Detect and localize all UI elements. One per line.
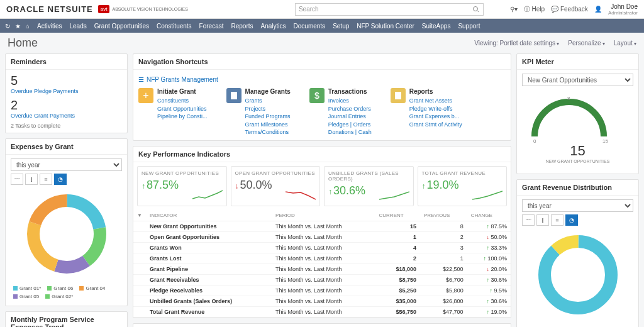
- shortcut-link[interactable]: Invoices: [328, 97, 372, 105]
- layout-menu[interactable]: Layout: [614, 40, 636, 47]
- kpi-title: Key Performance Indicators: [133, 147, 511, 162]
- net-assets-card: Net Assets by Grant DATE All ‹ › Grant 0…: [133, 323, 511, 327]
- gauge-value: 15: [522, 143, 633, 159]
- shortcut-link[interactable]: Grant Stmt of Activity: [409, 121, 462, 129]
- svg-line-1: [477, 10, 479, 12]
- grd-range-select[interactable]: this year: [522, 199, 633, 212]
- shortcut-link[interactable]: Pledges | Orders: [328, 121, 372, 129]
- svg-text:15: 15: [602, 138, 608, 143]
- sparkline-icon: [472, 189, 502, 202]
- sparkline-icon: [379, 189, 409, 202]
- table-row[interactable]: Pledge ReceivablesThis Month vs. Last Mo…: [133, 285, 511, 296]
- svg-point-0: [473, 6, 477, 11]
- svg-rect-14: [395, 92, 401, 99]
- grd-pie-btn[interactable]: ◔: [565, 214, 578, 226]
- shortcut-link[interactable]: Pledge Write-offs: [409, 105, 462, 113]
- feedback-link[interactable]: 💬 Feedback: [551, 6, 588, 13]
- table-row[interactable]: New Grant OpportunitiesThis Month vs. La…: [133, 221, 511, 231]
- table-row[interactable]: Open Grant OpportunitiesThis Month vs. L…: [133, 231, 511, 242]
- nav-setup[interactable]: Setup: [333, 23, 349, 30]
- help-link[interactable]: ⓘ Help: [524, 5, 545, 14]
- expenses-range-select[interactable]: this year: [11, 158, 122, 171]
- reminder-label-1[interactable]: Overdue Grant Payments: [11, 113, 122, 119]
- search-icon: [472, 6, 480, 13]
- reminder-label-0[interactable]: Overdue Pledge Payments: [11, 88, 122, 94]
- kpi-unbilled[interactable]: UNBILLED GRANTS (SALES ORDERS) 30.6%: [324, 166, 414, 206]
- shortcut-link[interactable]: Grant Net Assets: [409, 97, 462, 105]
- kpi-open-grant[interactable]: OPEN GRANT OPPORTUNITIES 50.0%: [231, 166, 321, 206]
- nav-documents[interactable]: Documents: [294, 23, 326, 30]
- nav-support[interactable]: Support: [458, 23, 480, 30]
- topbar-right: ⚲▾ ⓘ Help 💬 Feedback 👤 John Doe Administ…: [510, 3, 638, 16]
- user-icon[interactable]: 👤: [594, 6, 602, 13]
- kpi-new-grant[interactable]: NEW GRANT OPPORTUNITIES 87.5%: [137, 166, 227, 206]
- table-row[interactable]: Grant PipelineThis Month vs. Last Month$…: [133, 263, 511, 274]
- grd-hbar-btn[interactable]: ≡: [551, 214, 564, 226]
- chart-type-hbar[interactable]: ≡: [40, 174, 52, 185]
- shortcut-link[interactable]: Donations | Cash: [328, 128, 372, 136]
- navbar: ↻ ★ ⌂ Activities Leads Grant Opportuniti…: [0, 19, 644, 33]
- svg-text:+: +: [143, 90, 148, 101]
- nav-back-icon[interactable]: ↻: [5, 23, 10, 30]
- nav-forecast[interactable]: Forecast: [199, 23, 224, 30]
- list-icon: ☰: [138, 76, 144, 83]
- shortcut-link[interactable]: Grants: [245, 97, 291, 105]
- globe-icon[interactable]: ⚲▾: [510, 6, 518, 13]
- nav-suiteapps[interactable]: SuiteApps: [422, 23, 451, 30]
- shortcut-link[interactable]: Projects: [245, 105, 291, 113]
- report-icon: [391, 88, 406, 103]
- grd-bar-btn[interactable]: ⫿: [536, 214, 549, 226]
- nav-star-icon[interactable]: ★: [15, 23, 21, 30]
- table-row[interactable]: Grant ReceivablesThis Month vs. Last Mon…: [133, 274, 511, 285]
- shortcut-col-manage: Manage Grants Grants Projects Funded Pro…: [226, 88, 291, 136]
- svg-point-18: [545, 241, 611, 308]
- shortcuts-heading[interactable]: ☰ NFP Grants Management: [138, 74, 506, 86]
- money-icon: $: [309, 88, 325, 103]
- table-row[interactable]: Total Grant RevenueThis Month vs. Last M…: [133, 306, 511, 317]
- nav-grant-opportunities[interactable]: Grant Opportunities: [94, 23, 149, 30]
- nav-nfp-solution-center[interactable]: NFP Solution Center: [357, 23, 414, 30]
- viewing-menu[interactable]: Viewing: Portlet date settings: [474, 40, 559, 47]
- shortcut-link[interactable]: Pipeline by Consti...: [157, 113, 208, 121]
- shortcut-link[interactable]: Journal Entries: [328, 113, 372, 121]
- chart-type-line[interactable]: 〰: [11, 174, 23, 185]
- svg-text:0: 0: [533, 138, 536, 143]
- expenses-donut-chart: [23, 190, 111, 278]
- table-row[interactable]: Grants WonThis Month vs. Last Month43↑ 3…: [133, 242, 511, 253]
- table-row[interactable]: Grants LostThis Month vs. Last Month21↑ …: [133, 253, 511, 263]
- nav-home-icon[interactable]: ⌂: [26, 23, 30, 30]
- table-row[interactable]: Unbilled Grants (Sales Orders)This Month…: [133, 296, 511, 306]
- partner-logo: avt: [98, 5, 110, 13]
- chart-type-pie[interactable]: ◔: [54, 174, 67, 185]
- search-placeholder: Search: [299, 6, 319, 13]
- search-input[interactable]: Search: [295, 3, 484, 16]
- kpi-total-revenue[interactable]: TOTAL GRANT REVENUE 19.0%: [418, 166, 508, 206]
- shortcut-link[interactable]: Grant Milestones: [245, 121, 291, 129]
- chart-type-bar[interactable]: ⫿: [25, 174, 38, 185]
- shortcut-link[interactable]: Constituents: [157, 97, 208, 105]
- mpset-card: Monthly Program Service Expenses Trend M…: [5, 311, 128, 327]
- shortcut-link[interactable]: Terms/Conditions: [245, 128, 291, 136]
- partner-logo-text: ABSOLUTE VISION TECHNOLOGIES: [112, 7, 187, 11]
- svg-text:$: $: [314, 91, 319, 101]
- kpi-meter-select[interactable]: New Grant Opportunities: [522, 74, 633, 86]
- reminders-footer: 2 Tasks to complete: [11, 123, 122, 129]
- shortcut-link[interactable]: Grant Expenses b...: [409, 113, 462, 121]
- shortcuts-title: Navigation Shortcuts: [133, 54, 511, 70]
- nav-constituents[interactable]: Constituents: [157, 23, 192, 30]
- shortcut-link[interactable]: Purchase Orders: [328, 105, 372, 113]
- reminders-title: Reminders: [6, 54, 127, 70]
- shortcut-col-reports: Reports Grant Net Assets Pledge Write-of…: [391, 88, 462, 136]
- user-name: John Doe: [608, 3, 638, 10]
- page-title: Home: [8, 36, 38, 50]
- personalize-menu[interactable]: Personalize: [568, 40, 605, 47]
- shortcut-link[interactable]: Funded Programs: [245, 113, 291, 121]
- shortcut-link[interactable]: Grant Opportunities: [157, 105, 208, 113]
- nav-reports[interactable]: Reports: [231, 23, 253, 30]
- nav-activities[interactable]: Activities: [37, 23, 62, 30]
- logo: ORACLE NETSUITE: [6, 4, 93, 14]
- nav-analytics[interactable]: Analytics: [261, 23, 286, 30]
- nav-leads[interactable]: Leads: [70, 23, 87, 30]
- user-menu[interactable]: John Doe Administrator: [608, 3, 638, 16]
- grd-line-btn[interactable]: 〰: [522, 214, 535, 226]
